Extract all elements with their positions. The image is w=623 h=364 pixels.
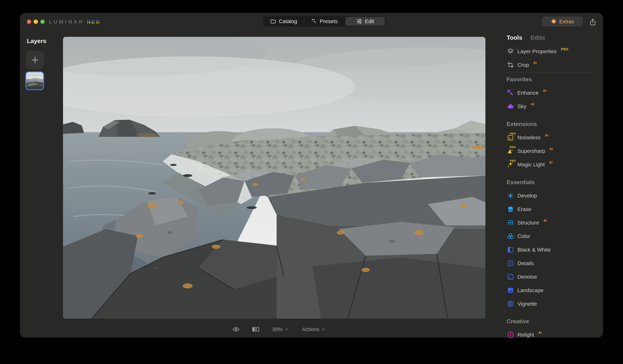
- enhance-icon: [507, 89, 514, 97]
- add-layer-button[interactable]: [26, 51, 44, 69]
- noiseless-icon: PRO: [507, 134, 514, 141]
- tool-item-color[interactable]: Color: [507, 230, 597, 243]
- layers-panel-title: Layers: [27, 38, 46, 44]
- extras-label: Extras: [559, 19, 574, 24]
- compare-button[interactable]: [251, 325, 261, 333]
- tool-item-structure[interactable]: StructureAI: [507, 216, 597, 230]
- plus-icon: [31, 56, 40, 64]
- relight-icon: [507, 331, 514, 339]
- tool-item-relight[interactable]: RelightAI: [507, 328, 597, 342]
- pro-badge: PRO: [510, 146, 516, 149]
- logo-luminar: LUMINAR: [49, 19, 85, 25]
- tool-item-erase[interactable]: Erase: [507, 202, 597, 216]
- ai-badge: AI: [533, 61, 537, 65]
- ai-badge: AI: [543, 89, 546, 93]
- preview-toggle-button[interactable]: [231, 325, 241, 333]
- ai-badge: AI: [545, 133, 548, 137]
- landscape-icon: [507, 286, 514, 294]
- tool-label: Details: [517, 260, 534, 266]
- tab-edit[interactable]: Edit: [345, 16, 386, 26]
- tool-label: Erase: [517, 206, 531, 212]
- chevron-down-icon: [321, 327, 326, 332]
- actions-dropdown[interactable]: Actions: [302, 326, 326, 332]
- ai-badge: AI: [549, 160, 552, 164]
- details-icon: [507, 259, 514, 267]
- mode-switcher: CatalogPresetsEdit: [263, 16, 386, 26]
- erase-icon: [507, 205, 514, 213]
- tool-item-magic-light[interactable]: PROMagic LightAI: [507, 158, 597, 171]
- denoise-icon: [507, 273, 514, 281]
- tool-item-crop[interactable]: CropAI: [507, 58, 597, 72]
- tab-label: Presets: [320, 18, 338, 24]
- tab-catalog[interactable]: Catalog: [263, 16, 304, 26]
- tools-panel-tabs: ToolsEdits: [507, 34, 545, 41]
- color-icon: [507, 232, 514, 240]
- image-canvas[interactable]: [63, 37, 485, 319]
- tool-item-vignette[interactable]: Vignette: [507, 297, 597, 311]
- tool-label: Layer Properties: [517, 48, 556, 54]
- tool-label: Magic Light: [517, 162, 545, 168]
- vignette-icon: [507, 300, 514, 308]
- tools-panel-tab-edits[interactable]: Edits: [531, 34, 545, 41]
- puzzle-icon: [551, 19, 557, 24]
- tool-label: Sky: [517, 103, 526, 109]
- tool-label: Denoise: [517, 274, 537, 280]
- zoom-level-value: 39%: [272, 326, 283, 332]
- sliders-icon: [356, 18, 362, 24]
- zoom-window-button[interactable]: [40, 20, 45, 24]
- folder-icon: [270, 18, 276, 24]
- section-header-creative: Creative: [507, 315, 597, 328]
- tool-label: Develop: [517, 193, 537, 199]
- tool-item-details[interactable]: Details: [507, 257, 597, 270]
- chevron-down-icon: [285, 327, 289, 332]
- tab-label: Catalog: [279, 18, 297, 24]
- section-header-essentials: Essentials: [507, 175, 597, 189]
- ai-badge: AI: [538, 331, 542, 335]
- tool-label: Black & White: [517, 247, 551, 253]
- pro-badge: PRO: [510, 159, 516, 162]
- canvas-photo: [63, 37, 485, 319]
- ai-badge: AI: [549, 147, 553, 151]
- tools-list: Layer PropertiesPROCropAIFavoritesEnhanc…: [507, 45, 597, 342]
- tab-label: Edit: [365, 18, 374, 24]
- tool-item-layer-properties[interactable]: Layer PropertiesPRO: [507, 45, 597, 58]
- tool-item-develop[interactable]: Develop: [507, 189, 597, 202]
- layer-thumbnail[interactable]: [25, 71, 44, 90]
- tools-divider: [507, 72, 592, 72]
- tool-label: Landscape: [517, 287, 544, 293]
- ai-badge: AI: [543, 219, 547, 223]
- minimize-window-button[interactable]: [34, 20, 38, 24]
- app-logo: LUMINAR NEO: [49, 19, 100, 25]
- section-header-favorites: Favorites: [507, 73, 597, 86]
- layer-thumbnail-image: [26, 72, 43, 89]
- magic-light-icon: PRO: [507, 161, 514, 169]
- pro-badge: PRO: [561, 47, 568, 51]
- tools-panel-tab-tools[interactable]: Tools: [507, 34, 522, 41]
- tool-item-sky[interactable]: SkyAI: [507, 100, 597, 113]
- tool-label: Supersharp: [517, 148, 545, 154]
- app-window: LUMINAR NEO CatalogPresetsEdit Extras La…: [20, 13, 603, 338]
- ai-badge: AI: [531, 102, 534, 106]
- zoom-level-dropdown[interactable]: 39%: [272, 326, 289, 332]
- tab-presets[interactable]: Presets: [304, 16, 345, 26]
- tool-item-denoise[interactable]: Denoise: [507, 270, 597, 284]
- supersharp-icon: PRO: [507, 147, 514, 155]
- tool-item-black-white[interactable]: Black & White: [507, 243, 597, 257]
- tool-label: Crop: [517, 62, 529, 68]
- tool-label: Relight: [517, 332, 534, 338]
- section-header-extensions: Extensions: [507, 117, 597, 131]
- share-icon: [589, 18, 597, 26]
- black-white-icon: [507, 246, 514, 254]
- close-window-button[interactable]: [27, 20, 31, 24]
- window-controls: [27, 20, 45, 24]
- logo-neo: NEO: [87, 19, 101, 25]
- tool-item-noiseless[interactable]: PRONoiselessAI: [507, 131, 597, 144]
- tool-item-supersharp[interactable]: PROSupersharpAI: [507, 144, 597, 158]
- tool-item-landscape[interactable]: Landscape: [507, 284, 597, 297]
- extras-button[interactable]: Extras: [542, 17, 583, 26]
- compare-icon: [251, 325, 261, 333]
- share-button[interactable]: [588, 17, 597, 27]
- tool-item-enhance[interactable]: EnhanceAI: [507, 86, 597, 100]
- pro-badge: PRO: [510, 132, 516, 135]
- sky-icon: [507, 103, 514, 110]
